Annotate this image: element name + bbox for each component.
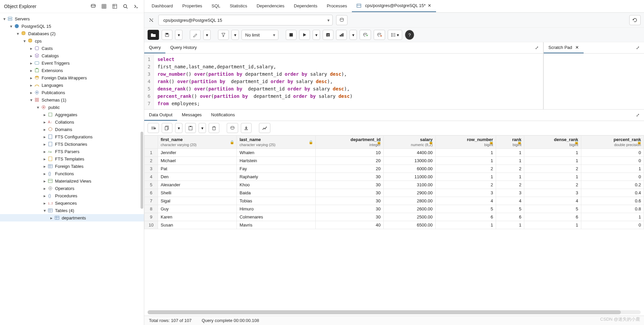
reset-layout-button[interactable] [629, 15, 641, 25]
tree-ftspars[interactable]: FTS Parsers [55, 149, 79, 154]
explain-button[interactable]: E [323, 30, 333, 40]
save-dropdown[interactable]: ▾ [175, 30, 182, 40]
chevron-right-icon[interactable]: ▸ [42, 201, 47, 205]
tree-extensions[interactable]: Extensions [42, 68, 63, 73]
chevron-right-icon[interactable]: ▸ [29, 83, 34, 87]
subtab-dataoutput[interactable]: Data Output [144, 110, 177, 121]
chevron-right-icon[interactable]: ▸ [29, 90, 34, 95]
expand-icon[interactable]: ⤢ [634, 44, 641, 52]
chevron-right-icon[interactable]: ▸ [29, 61, 34, 65]
macros-button[interactable]: ▾ [388, 30, 402, 40]
subtab-query[interactable]: Query [144, 42, 165, 53]
filter-dropdown[interactable]: ▾ [231, 30, 239, 40]
tree-matviews[interactable]: Materialized Views [55, 179, 91, 184]
table-row[interactable]: 1JenniferWhalen104400.001110 [145, 149, 644, 157]
chevron-right-icon[interactable]: ▸ [42, 127, 47, 132]
delete-row-button[interactable] [209, 123, 219, 133]
save-button[interactable] [162, 30, 172, 40]
expand-icon[interactable]: ⤢ [533, 44, 540, 52]
tab-sql[interactable]: SQL [207, 1, 225, 12]
sql-code[interactable]: select first_name,last_name,department_i… [154, 54, 356, 109]
tree-collations[interactable]: Collations [55, 120, 74, 125]
tree-functions[interactable]: Functions [55, 171, 74, 176]
tab-statistics[interactable]: Statistics [225, 1, 252, 12]
tab-processes[interactable]: Processes [322, 1, 352, 12]
chevron-down-icon[interactable]: ▾ [15, 31, 20, 36]
filter-icon[interactable] [111, 3, 118, 10]
tree-fdw[interactable]: Foreign Data Wrappers [42, 75, 87, 80]
col-department_id[interactable]: department_idinteger🔒 [316, 136, 383, 149]
subtab-messages[interactable]: Messages [177, 110, 206, 121]
edit-button[interactable] [190, 30, 201, 40]
commit-button[interactable] [360, 30, 371, 40]
tree-languages[interactable]: Languages [42, 83, 63, 88]
tree-ftsdict[interactable]: FTS Dictionaries [55, 142, 87, 147]
tree-procedures[interactable]: Procedures [55, 193, 77, 198]
chevron-right-icon[interactable]: ▸ [42, 179, 47, 183]
horizontal-scrollbar[interactable] [148, 310, 641, 314]
close-icon[interactable]: ✕ [575, 45, 579, 50]
execute-dropdown[interactable]: ▾ [313, 30, 320, 40]
col-percent_rank[interactable]: percent_rankdouble precision🔒 [581, 136, 644, 149]
chevron-right-icon[interactable]: ▸ [42, 142, 47, 146]
tree-servers[interactable]: Servers [15, 16, 30, 21]
tab-querytool[interactable]: cps/postgres@PostgreSQL 15*✕ [352, 0, 436, 12]
explain-analyze-button[interactable] [336, 30, 347, 40]
table-row[interactable]: 6ShelliBaida302900.003330.4 [145, 189, 644, 197]
col-row_number[interactable]: row_numberbigint🔒 [435, 136, 496, 149]
edit-dropdown[interactable]: ▾ [203, 30, 211, 40]
expand-icon[interactable]: ⤢ [634, 112, 641, 119]
table-row[interactable]: 9KarenColmenares302500.006661 [145, 213, 644, 221]
tree-casts[interactable]: Casts [42, 46, 53, 51]
chevron-right-icon[interactable]: ▸ [42, 193, 47, 198]
add-row-button[interactable] [148, 123, 159, 133]
subtab-notifications[interactable]: Notifications [206, 110, 239, 121]
grid-icon[interactable] [100, 3, 108, 10]
chevron-right-icon[interactable]: ▸ [29, 46, 34, 51]
tab-dashboard[interactable]: Dashboard [147, 1, 178, 12]
close-icon[interactable]: ✕ [428, 3, 431, 8]
tree-tables[interactable]: Tables (4) [55, 208, 74, 213]
copy-button[interactable] [162, 123, 172, 133]
db-select-button[interactable] [336, 15, 347, 25]
rollback-button[interactable] [374, 30, 385, 40]
col-salary[interactable]: salarynumeric (8,2)🔒 [383, 136, 435, 149]
save-data-button[interactable] [227, 123, 238, 133]
tree-public[interactable]: public [48, 105, 60, 110]
tree-aggregates[interactable]: Aggregates [55, 112, 77, 117]
open-file-button[interactable] [148, 30, 159, 40]
chevron-right-icon[interactable]: ▸ [29, 68, 34, 73]
col-first_name[interactable]: first_namecharacter varying (20)🔒 [158, 136, 237, 149]
filter-button[interactable] [218, 30, 229, 40]
chevron-right-icon[interactable]: ▸ [29, 53, 34, 58]
table-row[interactable]: 5AlexanderKhoo303100.002220.2 [145, 181, 644, 189]
chevron-right-icon[interactable]: ▸ [42, 186, 47, 191]
tree-ftsconf[interactable]: FTS Configurations [55, 134, 93, 139]
tab-properties[interactable]: Properties [178, 1, 207, 12]
tree-schemas[interactable]: Schemas (1) [42, 97, 66, 103]
chevron-right-icon[interactable]: ▸ [29, 75, 34, 80]
chevron-right-icon[interactable]: ▸ [42, 134, 47, 139]
chevron-down-icon[interactable]: ▾ [2, 16, 7, 21]
tree-sequences[interactable]: Sequences [55, 201, 77, 206]
table-row[interactable]: 2MichaelHartstein2013000.001110 [145, 157, 644, 165]
chevron-down-icon[interactable]: ▾ [9, 24, 13, 28]
help-button[interactable]: ? [405, 30, 414, 40]
table-row[interactable]: 4DenRaphaely3011000.001110 [145, 173, 644, 181]
chevron-right-icon[interactable]: ▸ [42, 171, 47, 176]
tree-ftstmpl[interactable]: FTS Templates [55, 156, 84, 161]
table-row[interactable]: 10SusanMavris406500.001110 [145, 221, 644, 229]
col-last_name[interactable]: last_namecharacter varying (25)🔒 [237, 136, 316, 149]
connection-select[interactable]: cps/postgres@PostgreSQL 15 ▾ [158, 15, 333, 25]
download-button[interactable] [241, 123, 252, 133]
tree-scrollbar[interactable] [141, 132, 143, 209]
stop-button[interactable] [286, 30, 297, 40]
object-tree[interactable]: ▾Servers ▾PostgreSQL 15 ▾Databases (2) ▾… [0, 13, 144, 325]
tree-foreigntables[interactable]: Foreign Tables [55, 164, 84, 169]
copy-dropdown[interactable]: ▾ [175, 123, 182, 133]
chevron-down-icon[interactable]: ▾ [29, 97, 34, 102]
rownum-header[interactable] [145, 136, 158, 149]
graph-button[interactable] [259, 123, 270, 133]
table-row[interactable]: 7SigalTobias302800.004440.6 [145, 197, 644, 205]
table-row[interactable]: 8GuyHimuro302600.005550.8 [145, 205, 644, 213]
